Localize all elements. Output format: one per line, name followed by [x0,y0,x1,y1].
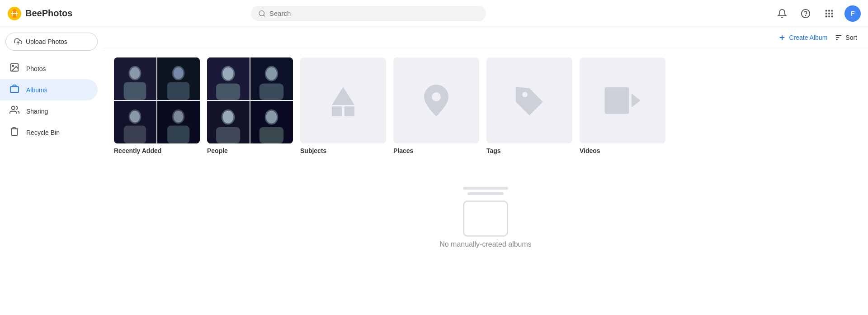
photos-icon [9,62,20,75]
sort-button[interactable]: Sort [835,33,857,42]
photo-cell-2 [157,57,200,100]
album-places[interactable]: Places [393,57,479,154]
svg-rect-9 [826,10,827,11]
svg-point-63 [432,92,441,101]
photo-cell-4 [157,101,200,143]
album-videos[interactable]: Videos [580,57,665,154]
svg-point-20 [12,65,14,67]
albums-section: Recently Added [103,48,868,267]
sharing-icon [9,105,20,117]
svg-rect-39 [124,125,146,143]
header-actions: F [774,5,861,22]
empty-state-text: No manually-created albums [439,240,532,248]
upload-icon [14,38,22,46]
user-avatar-button[interactable]: F [844,5,861,22]
svg-rect-14 [831,13,833,14]
svg-rect-11 [831,10,833,11]
sort-icon [835,33,843,42]
svg-point-22 [12,106,15,110]
search-input[interactable] [269,10,479,17]
sidebar-item-sharing-label: Sharing [26,108,48,115]
album-tags[interactable]: Tags [486,57,572,154]
sidebar-item-photos-label: Photos [26,65,46,72]
svg-rect-12 [826,13,827,14]
album-people[interactable]: People [207,57,293,154]
content-toolbar: Create Album Sort [103,27,868,48]
places-label: Places [393,147,479,154]
recently-added-thumb [114,57,200,143]
svg-point-58 [266,111,277,124]
svg-rect-15 [826,15,827,17]
svg-point-30 [130,67,140,79]
svg-point-64 [522,92,528,97]
photo-cell-1 [114,57,156,100]
svg-rect-10 [828,10,830,11]
subjects-thumb [300,57,386,143]
videos-label: Videos [580,147,665,154]
svg-rect-43 [167,125,189,143]
svg-point-5 [259,10,264,15]
help-button[interactable] [797,5,814,22]
recently-added-label: Recently Added [114,147,200,154]
svg-rect-21 [10,86,19,92]
sidebar-item-recycle-bin-label: Recycle Bin [26,129,60,136]
upload-photos-label: Upload Photos [26,38,67,45]
videos-thumb [580,57,665,143]
notification-button[interactable] [774,5,790,22]
create-album-button[interactable]: Create Album [778,33,827,42]
svg-rect-61 [332,106,342,116]
svg-point-46 [223,67,234,80]
subjects-icon [323,80,363,121]
search-icon [258,10,266,18]
svg-rect-62 [344,106,354,116]
people-label: People [207,147,293,154]
people-cell-4 [250,101,293,143]
svg-rect-13 [828,13,830,14]
main-content: Create Album Sort [103,27,868,315]
album-subjects[interactable]: Subjects [300,57,386,154]
svg-rect-59 [259,127,283,143]
sidebar-item-recycle-bin[interactable]: Recycle Bin [0,122,98,143]
search-bar[interactable] [251,6,486,21]
empty-box-illustration [463,200,508,237]
create-album-label: Create Album [789,34,827,41]
app-name: BeePhotos [25,8,72,19]
svg-point-50 [266,67,277,80]
svg-rect-51 [259,83,283,100]
recycle-bin-icon [9,126,20,138]
svg-marker-60 [332,87,354,105]
sidebar-item-photos[interactable]: Photos [0,58,98,79]
svg-point-38 [130,111,140,123]
svg-rect-31 [124,82,146,100]
sort-label: Sort [845,34,857,41]
apps-button[interactable] [821,5,837,22]
subjects-label: Subjects [300,147,386,154]
people-cell-1 [207,57,250,100]
album-recently-added[interactable]: Recently Added [114,57,200,154]
app-header: BeePhotos [0,0,868,27]
empty-line-2 [467,192,504,195]
svg-marker-65 [632,94,641,107]
svg-rect-16 [828,15,830,17]
empty-line-1 [463,187,508,190]
videos-icon [602,80,643,121]
svg-point-42 [174,111,184,123]
sidebar-item-sharing[interactable]: Sharing [0,100,98,122]
sidebar-item-albums[interactable]: Albums [0,79,98,100]
main-layout: Upload Photos Photos Albums [0,27,868,315]
empty-state: No manually-created albums [114,169,857,258]
people-cell-3 [207,101,250,143]
svg-point-54 [223,111,234,124]
svg-rect-47 [216,83,240,100]
people-thumb [207,57,293,143]
tags-thumb [486,57,572,143]
upload-photos-button[interactable]: Upload Photos [5,33,98,51]
logo-area: BeePhotos [7,6,107,21]
svg-line-6 [264,15,265,16]
system-albums-row: Recently Added [114,57,857,154]
photo-cell-3 [114,101,156,143]
tags-label: Tags [486,147,572,154]
sidebar-item-albums-label: Albums [26,86,47,94]
svg-rect-17 [831,15,833,17]
sidebar: Upload Photos Photos Albums [0,27,103,315]
